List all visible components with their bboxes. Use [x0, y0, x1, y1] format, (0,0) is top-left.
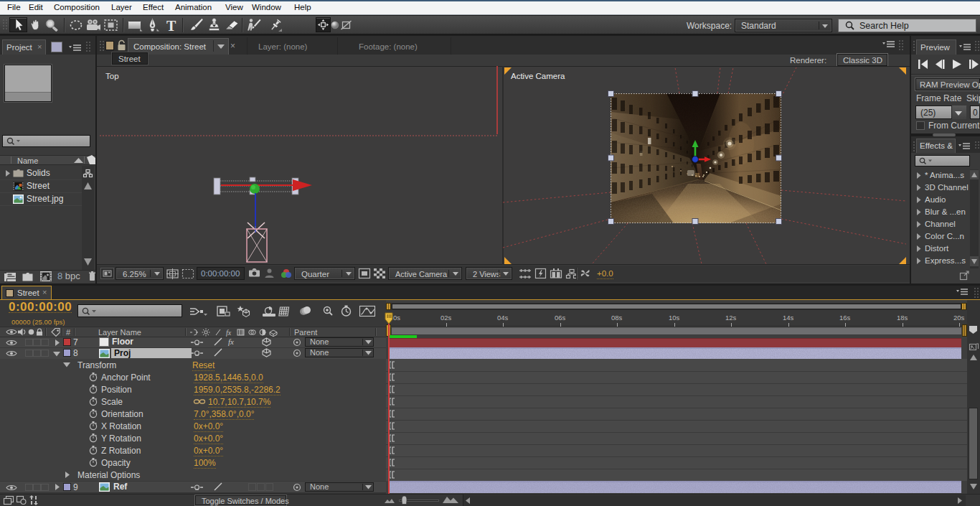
svg-text:fx: fx [226, 329, 232, 337]
